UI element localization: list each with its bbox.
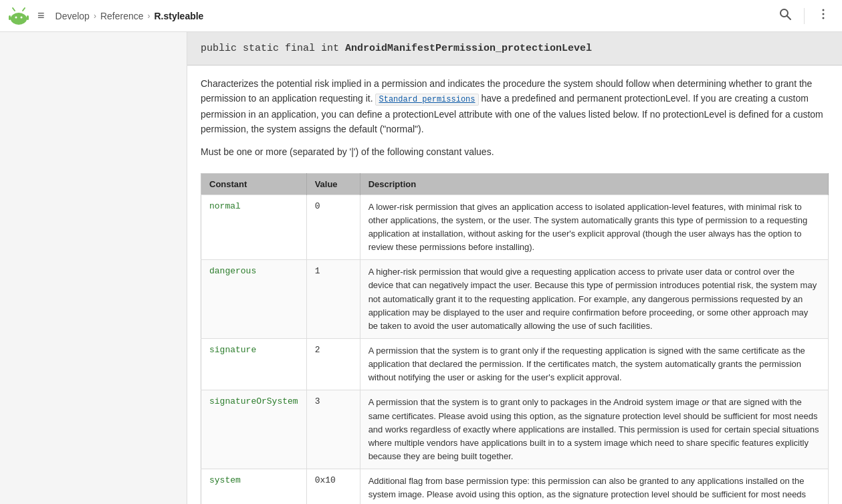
sidebar [0,32,187,504]
value-cell: 0 [306,195,360,260]
description-paragraph2: Must be one or more (separated by '|') o… [201,144,829,159]
menu-toggle-button[interactable]: ≡ [32,6,50,25]
main-content: public static final int AndroidManifestP… [187,32,842,504]
android-logo [8,5,29,27]
more-options-button[interactable] [813,3,834,28]
svg-line-5 [23,8,25,11]
table-header: Constant Value Description [201,173,829,195]
desc-signatureorsystem-start: A permission that the system is to grant… [369,397,702,407]
search-button[interactable] [774,3,796,28]
header-constant: Constant [201,173,307,195]
constant-cell: signature [201,339,307,390]
search-icon [778,7,792,21]
svg-point-3 [21,16,23,18]
breadcrumb-develop: Develop [56,11,90,21]
constant-name-dangerous: dangerous [209,266,256,276]
svg-point-10 [823,9,825,11]
svg-point-2 [15,16,17,18]
navbar-actions [774,3,834,28]
constants-table: Constant Value Description normal 0 A lo… [201,173,829,504]
constant-value-signature: 2 [315,345,320,355]
desc-italic-or: or [702,397,710,407]
constant-name-normal: normal [209,201,241,211]
navbar-divider [804,8,805,24]
constant-name-signature: signature [209,345,256,355]
constant-value-normal: 0 [315,201,320,211]
header-description: Description [360,173,828,195]
svg-rect-7 [27,15,29,20]
table-body: normal 0 A lower-risk permission that gi… [201,195,829,504]
breadcrumb-arrow-1: › [94,11,96,21]
breadcrumb-arrow-2: › [147,11,150,21]
description-cell-signatureorsystem: A permission that the system is to grant… [360,390,828,469]
standard-permissions-link[interactable]: Standard permissions [375,94,478,106]
description-paragraph1: Characterizes the potential risk implied… [201,76,829,136]
breadcrumb: Develop › Reference › R.styleable [56,11,204,21]
table-row: normal 0 A lower-risk permission that gi… [201,195,829,260]
svg-rect-1 [11,15,27,23]
table-row: signature 2 A permission that the system… [201,339,829,390]
breadcrumb-reference: Reference [100,11,144,21]
constant-value-system: 0x10 [315,475,336,485]
constant-value-dangerous: 1 [315,266,320,276]
constant-name-system: system [209,475,241,485]
value-cell: 3 [306,390,360,469]
svg-line-9 [787,16,791,19]
constants-section: Constant Value Description normal 0 A lo… [187,173,842,504]
svg-point-11 [823,13,825,15]
value-cell: 2 [306,339,360,390]
constant-cell: normal [201,195,307,260]
description-cell-dangerous: A higher-risk permission that would give… [360,260,828,339]
table-row: system 0x10 Additional flag from base pe… [201,469,829,504]
navbar: ≡ Develop › Reference › R.styleable [0,0,842,32]
standard-permissions-anchor[interactable]: Standard permissions [379,95,475,104]
constant-value-signatureorsystem: 3 [315,396,320,406]
constant-name-signatureorsystem: signatureOrSystem [209,396,298,406]
content-wrapper: public static final int AndroidManifestP… [0,32,842,504]
description-cell-system: Additional flag from base permission typ… [360,469,828,504]
table-header-row: Constant Value Description [201,173,829,195]
value-cell: 1 [306,260,360,339]
constant-cell: system [201,469,307,504]
value-cell: 0x10 [306,469,360,504]
function-signature-prefix: public static final int [201,43,345,54]
svg-rect-6 [9,15,11,20]
function-header: public static final int AndroidManifestP… [187,32,842,66]
more-options-icon [817,7,830,21]
description-cell-normal: A lower-risk permission that gives an ap… [360,195,828,260]
constant-cell: signatureOrSystem [201,390,307,469]
header-value: Value [306,173,360,195]
svg-point-12 [823,17,825,19]
breadcrumb-current: R.styleable [154,11,203,21]
svg-line-4 [13,8,15,11]
description-section: Characterizes the potential risk implied… [187,66,842,173]
table-row: signatureOrSystem 3 A permission that th… [201,390,829,469]
description-cell-signature: A permission that the system is to grant… [360,339,828,390]
constant-cell: dangerous [201,260,307,339]
function-method-name: AndroidManifestPermission_protectionLeve… [345,43,592,54]
table-row: dangerous 1 A higher-risk permission tha… [201,260,829,339]
